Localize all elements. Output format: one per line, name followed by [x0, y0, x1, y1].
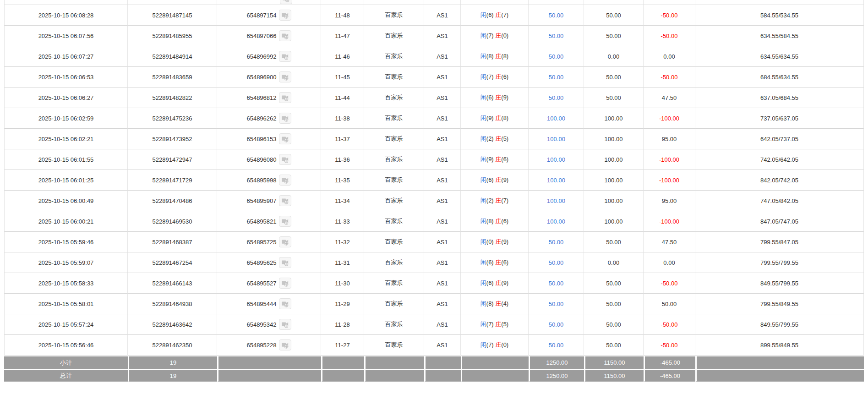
video-replay-button[interactable] [279, 30, 291, 41]
round-number: 11-38 [321, 108, 364, 129]
banker-result-score: (9) [501, 279, 508, 286]
player-result-label: 闲 [480, 115, 486, 121]
round-id: 654895821 [246, 218, 276, 225]
video-replay-button[interactable] [279, 278, 291, 289]
balance: 742.05/642.05 [695, 149, 864, 170]
balance: 799.55/849.55 [695, 294, 864, 314]
bet-amount-cell: 50.00 [529, 5, 584, 26]
video-replay-button[interactable] [279, 71, 291, 82]
table-row: 2025-10-15 06:08:28 522891487145 6548971… [4, 5, 864, 26]
round-id: 654895998 [246, 177, 276, 184]
player-result-score: (8) [486, 53, 494, 60]
bet-amount-cell: 100.00 [529, 108, 584, 129]
game-result: 闲(7) 庄(5) [461, 314, 529, 335]
bet-amount-link[interactable]: 50.00 [549, 94, 564, 101]
video-replay-button[interactable] [279, 236, 291, 247]
bet-time: 2025-10-15 06:01:55 [4, 149, 128, 170]
player-result-score: (0) [486, 238, 494, 245]
order-id: 522891485955 [128, 26, 217, 46]
video-replay-button[interactable] [279, 154, 291, 165]
player-result-label: 闲 [480, 94, 486, 101]
player-result-score: (7) [486, 73, 494, 80]
video-replay-button[interactable] [279, 298, 291, 309]
order-id: 522891464938 [128, 294, 217, 314]
bet-amount-cell: 100.00 [529, 191, 584, 211]
table-name: AS1 [424, 170, 461, 191]
result-cell [461, 0, 529, 5]
table-name: AS1 [424, 88, 461, 108]
bet-amount-link[interactable]: 50.00 [549, 12, 564, 19]
bet-amount-link[interactable]: 100.00 [547, 115, 565, 122]
bet-amount-link[interactable]: 50.00 [549, 301, 564, 307]
table-name: AS1 [424, 314, 461, 335]
bet-amount-link[interactable]: 100.00 [547, 197, 565, 204]
bet-amount-link[interactable]: 50.00 [549, 74, 564, 81]
video-replay-button[interactable] [279, 113, 291, 124]
video-replay-button[interactable] [279, 10, 291, 21]
player-result-label: 闲 [480, 32, 486, 39]
valid-amount: 0.00 [584, 46, 644, 67]
bet-cell [529, 0, 584, 5]
win-loss: -50.00 [644, 26, 695, 46]
round-id-cell [217, 0, 321, 5]
video-replay-button[interactable] [279, 257, 291, 268]
bet-amount-link[interactable]: 50.00 [549, 321, 564, 328]
bet-amount-link[interactable]: 100.00 [547, 177, 565, 184]
bet-time: 2025-10-15 05:58:01 [4, 294, 128, 314]
round-id-cell: 654896153 [217, 129, 321, 149]
win-loss: -50.00 [644, 273, 695, 294]
bet-time: 2025-10-15 06:07:56 [4, 26, 128, 46]
player-result-label: 闲 [480, 156, 486, 163]
bet-records-table: 2025-10-15 06:08:28 522891487145 6548971… [4, 0, 864, 382]
bet-amount-link[interactable]: 50.00 [549, 239, 564, 246]
bet-amount-link[interactable]: 100.00 [547, 136, 565, 142]
video-replay-button[interactable] [279, 339, 291, 350]
table-row: 2025-10-15 06:01:55 522891472947 6548960… [4, 149, 864, 170]
video-replay-icon [281, 156, 289, 163]
win-loss: -50.00 [644, 5, 695, 26]
win-loss: 95.00 [644, 191, 695, 211]
video-replay-button[interactable] [280, 0, 292, 4]
video-replay-button[interactable] [279, 195, 291, 206]
player-result-label: 闲 [480, 11, 486, 18]
banker-result-score: (9) [501, 176, 508, 183]
order-id: 522891471729 [128, 170, 217, 191]
video-replay-button[interactable] [279, 51, 291, 62]
bet-time: 2025-10-15 05:58:33 [4, 273, 128, 294]
round-number: 11-35 [321, 170, 364, 191]
valid-amount: 100.00 [584, 211, 644, 232]
bet-amount-link[interactable]: 50.00 [549, 280, 564, 287]
video-replay-icon [281, 280, 289, 287]
banker-result-score: (4) [501, 300, 508, 307]
video-replay-button[interactable] [279, 133, 291, 144]
video-replay-icon [281, 239, 289, 246]
balance-cell [695, 0, 864, 5]
bet-amount-cell: 50.00 [529, 88, 584, 108]
player-result-label: 闲 [480, 321, 486, 328]
balance: 634.55/634.55 [695, 46, 864, 67]
table-name: AS1 [424, 67, 461, 88]
game-result: 闲(2) 庄(5) [461, 129, 529, 149]
bet-amount-link[interactable]: 100.00 [547, 218, 565, 225]
table-name: AS1 [424, 335, 461, 356]
bet-amount-link[interactable]: 50.00 [549, 33, 564, 39]
video-replay-button[interactable] [279, 319, 291, 330]
bet-amount-link[interactable]: 100.00 [547, 156, 565, 163]
bet-amount-link[interactable]: 50.00 [549, 342, 564, 349]
round-id: 654896080 [246, 156, 276, 163]
video-replay-button[interactable] [279, 216, 291, 227]
player-result-score: (8) [486, 300, 494, 307]
valid-amount: 50.00 [584, 273, 644, 294]
table-name: AS1 [424, 211, 461, 232]
bet-time: 2025-10-15 06:00:49 [4, 191, 128, 211]
round-id-cell: 654895625 [217, 252, 321, 273]
bet-amount-link[interactable]: 50.00 [549, 53, 564, 60]
balance: 799.55/799.55 [695, 252, 864, 273]
video-replay-icon [281, 74, 289, 81]
player-result-label: 闲 [480, 259, 486, 266]
video-replay-button[interactable] [279, 175, 291, 186]
round-number: 11-34 [321, 191, 364, 211]
video-replay-button[interactable] [279, 92, 291, 103]
valid-amount: 50.00 [584, 26, 644, 46]
bet-amount-link[interactable]: 50.00 [549, 259, 564, 266]
